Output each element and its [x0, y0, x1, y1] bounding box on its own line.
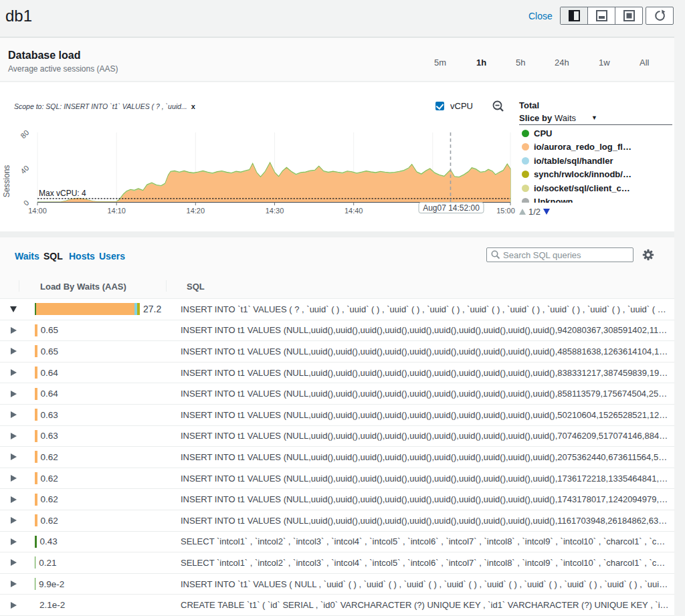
svg-text:14:30: 14:30 — [266, 207, 284, 215]
svg-text:0: 0 — [22, 199, 31, 207]
svg-text:40: 40 — [19, 164, 30, 175]
svg-text:80: 80 — [19, 128, 30, 140]
svg-text:14:40: 14:40 — [345, 207, 363, 215]
svg-text:Sessions: Sessions — [2, 165, 11, 198]
svg-text:14:00: 14:00 — [28, 207, 47, 215]
svg-text:Aug07 14:52:00: Aug07 14:52:00 — [423, 203, 480, 213]
svg-text:14:20: 14:20 — [187, 207, 205, 215]
svg-text:Max vCPU: 4: Max vCPU: 4 — [39, 189, 86, 198]
svg-text:14:10: 14:10 — [107, 207, 126, 215]
svg-text:15:00: 15:00 — [496, 207, 515, 215]
